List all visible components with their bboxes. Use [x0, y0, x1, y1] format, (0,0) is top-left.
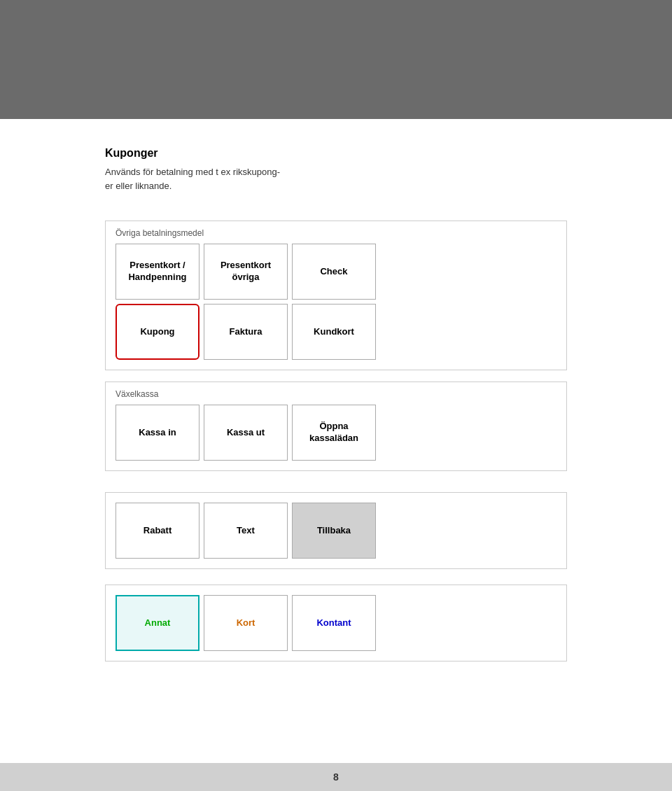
content-area: Kuponger Används för betalning med t ex …	[0, 119, 672, 763]
vaxelkassa-grid: Kassa in Kassa ut Öppnakassalädan	[115, 405, 556, 461]
header-bar	[0, 0, 672, 119]
page-title: Kuponger	[105, 147, 567, 160]
extra-row-2: Annat Kort Kontant	[105, 584, 567, 662]
extra-row-1: Rabatt Text Tillbaka	[105, 492, 567, 569]
extra-grid-1: Rabatt Text Tillbaka	[115, 503, 556, 559]
faktura-button[interactable]: Faktura	[204, 304, 288, 360]
kontant-button[interactable]: Kontant	[292, 595, 376, 651]
check-button[interactable]: Check	[292, 244, 376, 300]
presentkort-handpenning-button[interactable]: Presentkort /Handpenning	[115, 244, 200, 300]
vaxelkassa-panel: Växelkassa Kassa in Kassa ut Öppnakassal…	[105, 382, 567, 471]
text-button[interactable]: Text	[204, 503, 288, 559]
kort-button[interactable]: Kort	[204, 595, 288, 651]
page-number: 8	[333, 771, 339, 783]
kassa-in-button[interactable]: Kassa in	[115, 405, 200, 461]
oppna-kassaladan-button[interactable]: Öppnakassalädan	[292, 405, 376, 461]
presentkort-ovriga-button[interactable]: Presentkortövriga	[204, 244, 288, 300]
annat-button[interactable]: Annat	[115, 595, 200, 651]
ovriga-grid: Presentkort /Handpenning Presentkortövri…	[115, 244, 556, 360]
kupong-button[interactable]: Kupong	[115, 304, 200, 360]
ovriga-label: Övriga betalningsmedel	[115, 228, 556, 238]
ovriga-panel: Övriga betalningsmedel Presentkort /Hand…	[105, 220, 567, 370]
extra-grid-2: Annat Kort Kontant	[115, 595, 556, 651]
kundkort-button[interactable]: Kundkort	[292, 304, 376, 360]
tillbaka-button[interactable]: Tillbaka	[292, 503, 376, 559]
rabatt-button[interactable]: Rabatt	[115, 503, 200, 559]
kassa-ut-button[interactable]: Kassa ut	[204, 405, 288, 461]
page-description: Används för betalning med t ex rikskupon…	[105, 165, 567, 192]
footer-bar: 8	[0, 763, 672, 791]
vaxelkassa-label: Växelkassa	[115, 389, 556, 399]
